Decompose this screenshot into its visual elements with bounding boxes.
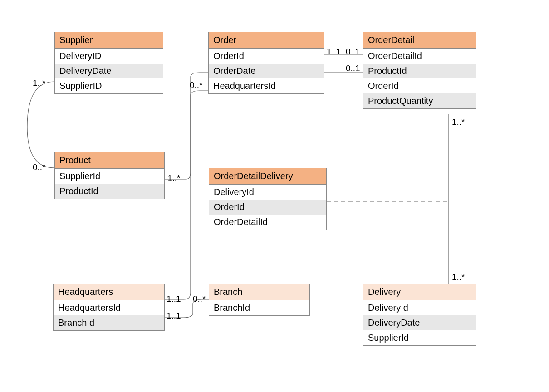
mult-hq-branch-left: 1..1 xyxy=(167,311,181,321)
entity-orderdetail-row-2: OrderId xyxy=(363,78,476,93)
entity-product-row-1: ProductId xyxy=(55,184,164,199)
entity-product-row-0: SupplierId xyxy=(55,169,164,184)
entity-orderdetail: OrderDetail OrderDetailId ProductId Orde… xyxy=(363,32,476,109)
entity-supplier-row-2: SupplierID xyxy=(55,78,163,93)
entity-headquarters: Headquarters HeadquartersId BranchId xyxy=(53,284,165,331)
entity-product-header: Product xyxy=(55,152,164,169)
mult-product-right: 1..* xyxy=(167,173,181,183)
entity-orderdetaildelivery-row-1: OrderId xyxy=(209,200,326,215)
mult-orderdetail-1: 0..1 xyxy=(346,47,360,57)
entity-supplier-row-0: DeliveryID xyxy=(55,49,163,64)
mult-supplier-bottom: 0..* xyxy=(33,162,46,172)
entity-orderdetail-header: OrderDetail xyxy=(363,32,476,49)
entity-order-row-0: OrderId xyxy=(209,49,324,64)
mult-od-deliv-top: 1..* xyxy=(452,117,465,127)
entity-headquarters-row-1: BranchId xyxy=(54,315,164,330)
entity-orderdetaildelivery-row-0: DeliveryId xyxy=(209,185,326,200)
entity-orderdetaildelivery-header: OrderDetailDelivery xyxy=(209,168,326,185)
entity-delivery-header: Delivery xyxy=(363,284,476,300)
entity-orderdetaildelivery: OrderDetailDelivery DeliveryId OrderId O… xyxy=(209,168,327,230)
mult-hq-branch-right: 0..* xyxy=(193,294,206,304)
entity-headquarters-row-0: HeadquartersId xyxy=(54,300,164,315)
entity-order-header: Order xyxy=(209,32,324,49)
entity-orderdetail-row-3: ProductQuantity xyxy=(363,93,476,108)
entity-orderdetail-row-1: ProductId xyxy=(363,64,476,78)
entity-order-row-1: OrderDate xyxy=(209,64,324,78)
mult-od-deliv-bottom: 1..* xyxy=(452,272,465,282)
entity-orderdetaildelivery-row-2: OrderDetailId xyxy=(209,215,326,230)
mult-hq-order: 1..1 xyxy=(167,294,181,304)
mult-product-path-top: 0..* xyxy=(190,80,203,90)
mult-supplier-top: 1..* xyxy=(33,78,46,88)
entity-branch-header: Branch xyxy=(209,284,309,300)
mult-order-right: 1..1 xyxy=(327,47,341,57)
entity-headquarters-header: Headquarters xyxy=(54,284,164,300)
entity-branch: Branch BranchId xyxy=(209,284,310,316)
entity-order-row-2: HeadquartersId xyxy=(209,78,324,93)
entity-branch-row-0: BranchId xyxy=(209,300,309,315)
entity-delivery-row-0: DeliveryId xyxy=(363,300,476,315)
entity-order: Order OrderId OrderDate HeadquartersId xyxy=(208,32,324,94)
entity-delivery-row-2: SupplierId xyxy=(363,330,476,345)
entity-supplier: Supplier DeliveryID DeliveryDate Supplie… xyxy=(54,32,163,94)
entity-supplier-header: Supplier xyxy=(55,32,163,49)
entity-supplier-row-1: DeliveryDate xyxy=(55,64,163,78)
entity-delivery: Delivery DeliveryId DeliveryDate Supplie… xyxy=(363,284,476,346)
entity-delivery-row-1: DeliveryDate xyxy=(363,315,476,330)
mult-orderdetail-2: 0..1 xyxy=(346,64,360,74)
entity-product: Product SupplierId ProductId xyxy=(54,152,165,199)
entity-orderdetail-row-0: OrderDetailId xyxy=(363,49,476,64)
